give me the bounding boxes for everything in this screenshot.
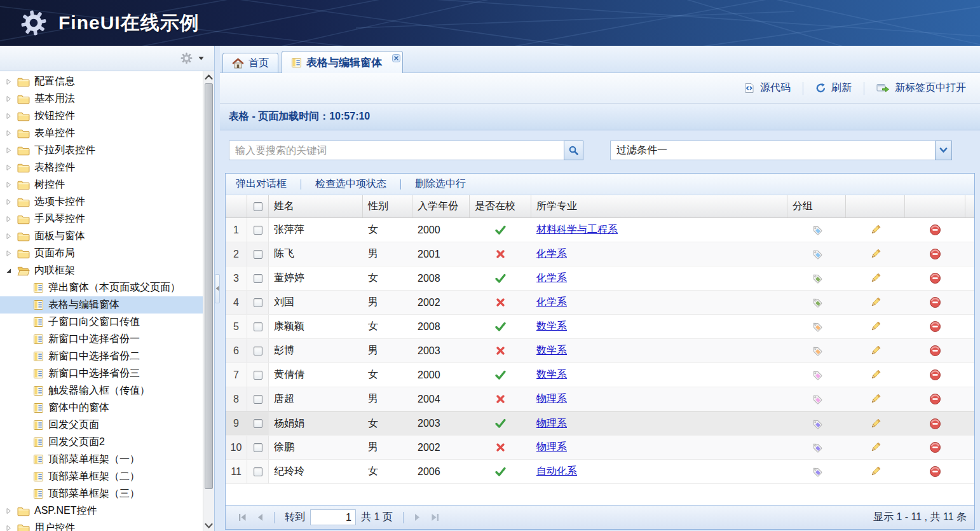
major-link[interactable]: 数学系 <box>536 368 567 382</box>
delete-icon[interactable] <box>929 441 941 453</box>
delete-icon[interactable] <box>929 296 941 308</box>
pencil-icon[interactable] <box>869 224 881 236</box>
tree-item[interactable]: 触发器输入框（传值） <box>0 382 203 399</box>
grid-toolbar-button[interactable]: 检查选中项状态 <box>308 175 394 193</box>
next-page-button[interactable] <box>410 510 425 525</box>
major-link[interactable]: 化学系 <box>536 296 567 309</box>
prev-page-button[interactable] <box>252 510 268 525</box>
tree-item[interactable]: 回发父页面 <box>0 417 203 434</box>
tag-icon[interactable] <box>811 465 823 478</box>
column-header[interactable]: 性别 <box>363 195 412 217</box>
tree-item[interactable]: 新窗口中选择省份三 <box>0 365 203 382</box>
pencil-icon[interactable] <box>869 248 881 260</box>
tree-item[interactable]: 手风琴控件 <box>0 210 203 228</box>
tree-item[interactable]: 新窗口中选择省份一 <box>0 331 203 348</box>
delete-icon[interactable] <box>929 393 941 405</box>
tree-item[interactable]: 表格控件 <box>0 159 203 176</box>
pencil-icon[interactable] <box>869 345 881 357</box>
search-input[interactable] <box>229 141 564 160</box>
row-checkbox[interactable] <box>254 347 262 355</box>
major-link[interactable]: 物理系 <box>536 441 567 454</box>
major-link[interactable]: 数学系 <box>536 320 567 333</box>
scroll-up-icon[interactable] <box>203 71 214 82</box>
delete-icon[interactable] <box>929 369 941 381</box>
delete-icon[interactable] <box>929 272 941 284</box>
row-checkbox[interactable] <box>254 419 262 428</box>
column-header[interactable]: 入学年份 <box>412 195 470 217</box>
tree-item[interactable]: 新窗口中选择省份二 <box>0 348 203 365</box>
tree-item[interactable]: 表格与编辑窗体 <box>0 296 203 314</box>
tree-item[interactable]: 内联框架 <box>0 262 203 279</box>
major-link[interactable]: 自动化系 <box>536 465 577 478</box>
tree-item[interactable]: 顶部菜单框架（三） <box>0 485 203 502</box>
tree-item[interactable]: 配置信息 <box>0 73 203 90</box>
tree-item[interactable]: 顶部菜单框架（一） <box>0 451 203 468</box>
tag-icon[interactable] <box>811 393 823 405</box>
tag-icon[interactable] <box>811 272 823 284</box>
caret-down-icon[interactable] <box>198 57 204 60</box>
grid-toolbar-button[interactable]: 删除选中行 <box>407 175 473 193</box>
major-link[interactable]: 化学系 <box>536 272 567 285</box>
page-number-input[interactable] <box>310 509 356 525</box>
major-link[interactable]: 数学系 <box>536 344 567 357</box>
pencil-icon[interactable] <box>869 296 881 308</box>
delete-icon[interactable] <box>929 224 941 236</box>
tab-item[interactable]: 首页 <box>222 53 278 72</box>
row-checkbox[interactable] <box>254 250 262 259</box>
tree-item[interactable]: 下拉列表控件 <box>0 142 203 159</box>
delete-icon[interactable] <box>929 418 941 430</box>
row-checkbox[interactable] <box>254 467 262 476</box>
tree-item[interactable]: 弹出窗体（本页面或父页面） <box>0 279 203 296</box>
tree-item[interactable]: 表单控件 <box>0 125 203 142</box>
grid-toolbar-button[interactable]: 弹出对话框 <box>228 175 294 193</box>
pencil-icon[interactable] <box>869 418 881 430</box>
row-checkbox[interactable] <box>254 443 262 452</box>
tag-icon[interactable] <box>811 418 823 430</box>
tab-close-icon[interactable] <box>392 53 400 66</box>
pencil-icon[interactable] <box>869 441 881 453</box>
tree-item[interactable]: 用户控件 <box>0 520 203 531</box>
major-link[interactable]: 材料科学与工程系 <box>536 223 618 237</box>
pencil-icon[interactable] <box>869 369 881 381</box>
major-link[interactable]: 化学系 <box>536 247 567 261</box>
tree-item[interactable]: 子窗口向父窗口传值 <box>0 314 203 331</box>
major-link[interactable]: 物理系 <box>536 392 567 406</box>
scrollbar-thumb[interactable] <box>205 83 213 489</box>
tree-item[interactable]: 窗体中的窗体 <box>0 399 203 417</box>
column-header[interactable]: 分组 <box>787 195 846 217</box>
first-page-button[interactable] <box>235 510 250 525</box>
refresh-button[interactable]: 刷新 <box>809 78 858 98</box>
tree-item[interactable]: 按钮控件 <box>0 107 203 125</box>
open-new-tab-button[interactable]: 新标签页中打开 <box>870 78 972 98</box>
delete-icon[interactable] <box>929 465 941 478</box>
pencil-icon[interactable] <box>869 272 881 284</box>
tree-item[interactable]: 基本用法 <box>0 90 203 107</box>
tag-icon[interactable] <box>811 345 823 357</box>
sidebar-splitter[interactable] <box>215 46 220 531</box>
tree-item[interactable]: 树控件 <box>0 176 203 193</box>
tag-icon[interactable] <box>811 296 823 308</box>
row-checkbox[interactable] <box>254 274 262 283</box>
last-page-button[interactable] <box>428 510 443 525</box>
column-header[interactable]: 姓名 <box>269 195 363 217</box>
row-checkbox[interactable] <box>254 395 262 404</box>
tree-item[interactable]: 回发父页面2 <box>0 434 203 451</box>
tree-item[interactable]: 顶部菜单框架（二） <box>0 468 203 485</box>
row-checkbox[interactable] <box>254 371 262 380</box>
tag-icon[interactable] <box>811 224 823 236</box>
tree-item[interactable]: 面板与窗体 <box>0 228 203 245</box>
tag-icon[interactable] <box>811 248 823 260</box>
tree-item[interactable]: 选项卡控件 <box>0 193 203 210</box>
delete-icon[interactable] <box>929 321 941 333</box>
column-header[interactable]: 是否在校 <box>470 195 531 217</box>
select-all-checkbox[interactable] <box>254 202 262 211</box>
settings-gear-icon[interactable] <box>180 52 193 64</box>
tree-item[interactable]: 页面布局 <box>0 245 203 262</box>
row-checkbox[interactable] <box>254 322 262 331</box>
filter-dropdown-button[interactable] <box>935 141 952 160</box>
source-code-button[interactable]: 源代码 <box>737 78 797 98</box>
collapse-left-icon[interactable] <box>215 274 220 303</box>
search-button[interactable] <box>564 141 583 160</box>
row-checkbox[interactable] <box>254 298 262 307</box>
filter-dropdown[interactable]: 过滤条件一 <box>610 141 952 160</box>
